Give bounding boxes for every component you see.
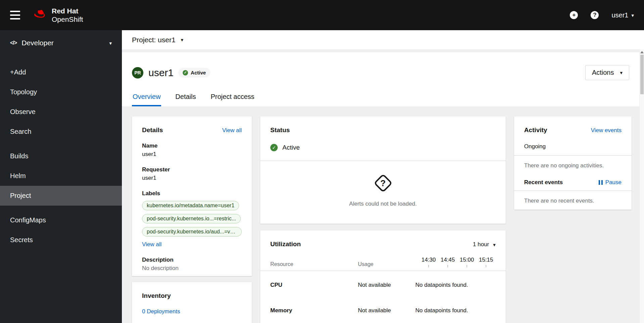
details-card: Details View all Name user1 Requester us…: [132, 116, 252, 276]
user-menu-label: user1: [611, 11, 628, 19]
tab-project-access[interactable]: Project access: [210, 89, 255, 106]
caret-down-icon: ▾: [493, 242, 496, 247]
utilization-header-row: Resource Usage 14:30 14:45 15:00 15:15: [270, 257, 496, 267]
status-card: Status ✓ Active ? Alerts could not be lo…: [260, 116, 506, 224]
actions-label: Actions: [592, 69, 614, 76]
check-circle-icon: ✓: [183, 70, 188, 75]
status-badge-label: Active: [191, 70, 206, 75]
sidebar-item-observe[interactable]: Observe: [0, 102, 122, 122]
column-activity: Activity View events Ongoing There are n…: [514, 116, 632, 210]
inventory-card: Inventory 0 Deployments: [132, 282, 252, 323]
sidebar-item-builds[interactable]: Builds: [0, 146, 122, 166]
perspective-switcher[interactable]: </> Developer ▾: [0, 30, 122, 56]
project-selector-label: Project: user1: [132, 36, 176, 44]
status-badge: ✓ Active: [178, 68, 210, 77]
recent-events-row: Recent events Pause: [524, 176, 622, 191]
resource-name: Memory: [270, 307, 358, 314]
sidebar-item-add[interactable]: +Add: [0, 62, 122, 82]
detail-labels-label: Labels: [142, 190, 242, 197]
details-view-all-link[interactable]: View all: [222, 127, 242, 134]
sidebar-nav: </> Developer ▾ +Add Topology Observe Se…: [0, 30, 122, 323]
status-card-title: Status: [270, 126, 496, 134]
check-circle-icon: ✓: [270, 144, 278, 151]
resource-datapoints: No datapoints found.: [415, 282, 468, 288]
nav-toggle-button[interactable]: [10, 11, 20, 19]
time-tick: 14:30: [419, 257, 438, 267]
utilization-row-memory: Memory Not available No datapoints found…: [270, 307, 496, 314]
alerts-empty-state: ? Alerts could not be loaded.: [270, 161, 496, 207]
duration-dropdown[interactable]: 1 hour ▾: [473, 241, 496, 248]
inventory-card-title: Inventory: [142, 292, 242, 300]
nav-group-1: +Add Topology Observe Search: [0, 62, 122, 142]
time-tick: 14:45: [438, 257, 457, 267]
sidebar-item-configmaps[interactable]: ConfigMaps: [0, 210, 122, 230]
dashboard-content: Details View all Name user1 Requester us…: [122, 106, 644, 323]
divider: [260, 271, 506, 271]
help-icon: ?: [591, 11, 599, 19]
resource-usage: Not available: [358, 307, 415, 314]
utilization-card-title: Utilization: [270, 240, 301, 248]
label-chip[interactable]: pod-security.kubernetes.io...=restric...: [142, 214, 241, 223]
help-button[interactable]: ?: [591, 11, 599, 19]
project-selector-dropdown[interactable]: Project: user1 ▾: [132, 36, 183, 44]
scroll-up-arrow[interactable]: [640, 51, 644, 53]
resource-datapoints: No datapoints found.: [415, 307, 468, 314]
column-details: Details View all Name user1 Requester us…: [132, 116, 252, 323]
sidebar-item-search[interactable]: Search: [0, 122, 122, 142]
nav-group-2: Builds Helm Project: [0, 146, 122, 206]
view-events-link[interactable]: View events: [591, 127, 622, 134]
status-active-label: Active: [282, 144, 300, 151]
unknown-status-icon: ?: [373, 174, 393, 193]
masthead-toolbar: + ? user1 ▾: [570, 11, 634, 19]
label-chip[interactable]: kubernetes.io/metadata.name=user1: [142, 201, 239, 210]
caret-down-icon: ▾: [181, 37, 184, 42]
hamburger-icon: [10, 11, 20, 19]
time-tick: 15:00: [457, 257, 476, 267]
user-menu-button[interactable]: user1 ▾: [611, 11, 634, 19]
plus-circle-icon: +: [570, 11, 578, 19]
recent-empty-message: There are no recent events.: [524, 191, 622, 211]
detail-requester-label: Requester: [142, 166, 242, 173]
caret-down-icon: ▾: [620, 70, 623, 75]
resource-name: CPU: [270, 282, 358, 288]
detail-name-label: Name: [142, 143, 242, 149]
sidebar-item-secrets[interactable]: Secrets: [0, 230, 122, 250]
details-card-title: Details: [142, 126, 163, 134]
actions-dropdown-button[interactable]: Actions ▾: [585, 65, 629, 80]
main-area: Project: user1 ▾ PR user1 ✓ Active Actio…: [122, 30, 644, 323]
utilization-card: Utilization 1 hour ▾ Resource Usage 14:3…: [260, 230, 506, 323]
perspective-label: Developer: [21, 39, 54, 47]
tab-details[interactable]: Details: [175, 89, 196, 106]
quick-create-button[interactable]: +: [570, 11, 578, 19]
sidebar-item-helm[interactable]: Helm: [0, 166, 122, 186]
sidebar-item-topology[interactable]: Topology: [0, 82, 122, 102]
scrollbar[interactable]: [639, 49, 644, 323]
inventory-deployments-link[interactable]: 0 Deployments: [142, 308, 180, 315]
caret-down-icon: ▾: [631, 13, 634, 18]
code-icon: </>: [10, 40, 17, 46]
brand-line2: OpenShift: [52, 15, 83, 23]
activity-card: Activity View events Ongoing There are n…: [514, 116, 632, 210]
utilization-row-cpu: CPU Not available No datapoints found.: [270, 282, 496, 288]
labels-view-all-link[interactable]: View all: [142, 241, 162, 248]
pause-events-button[interactable]: Pause: [599, 179, 622, 186]
scrollbar-thumb[interactable]: [640, 55, 644, 94]
time-axis: 14:30 14:45 15:00 15:15: [419, 257, 496, 267]
resource-usage: Not available: [358, 282, 415, 288]
masthead: Red Hat OpenShift + ? user1 ▾: [0, 0, 644, 30]
detail-name-value: user1: [142, 151, 242, 158]
pause-label: Pause: [605, 179, 622, 186]
recent-events-label: Recent events: [524, 179, 563, 186]
brand-line1: Red Hat: [52, 7, 83, 15]
caret-down-icon: ▾: [109, 41, 112, 46]
column-usage: Usage: [358, 261, 415, 267]
detail-description-value: No description: [142, 265, 242, 272]
column-status: Status ✓ Active ? Alerts could not be lo…: [260, 116, 506, 323]
sidebar-item-project[interactable]: Project: [0, 186, 122, 206]
ongoing-section-label: Ongoing: [524, 143, 622, 155]
column-resource: Resource: [270, 261, 358, 267]
label-chip[interactable]: pod-security.kubernetes.io/aud...=v1....: [142, 227, 242, 236]
tab-overview[interactable]: Overview: [132, 89, 161, 106]
pause-icon: [599, 180, 603, 185]
page-header: PR user1 ✓ Active Actions ▾ Overview Det…: [122, 52, 644, 106]
